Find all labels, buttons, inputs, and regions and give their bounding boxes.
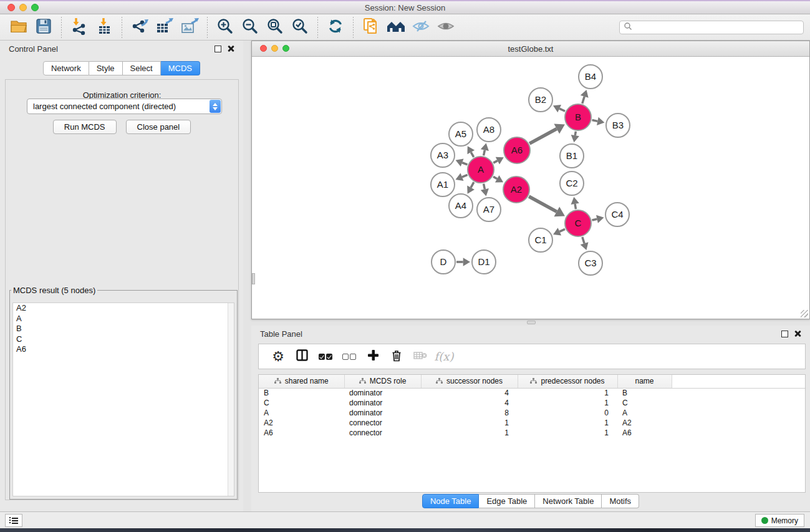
tab-node-table[interactable]: Node Table	[422, 494, 480, 508]
mcds-result-item[interactable]: A2	[13, 303, 234, 314]
close-panel-icon[interactable]	[227, 45, 234, 52]
table-cell[interactable]: A	[259, 408, 344, 418]
table-cell[interactable]: A6	[259, 428, 344, 438]
add-column-button[interactable]	[361, 346, 385, 368]
table-row[interactable]: Adominator80A	[259, 408, 805, 418]
table-cell[interactable]: 1	[421, 418, 518, 428]
run-mcds-button[interactable]: Run MCDS	[53, 120, 117, 134]
splitter-handle[interactable]	[527, 321, 536, 324]
task-history-button[interactable]	[5, 514, 22, 527]
close-panel-icon[interactable]	[794, 330, 801, 337]
edge-A-A6[interactable]	[493, 161, 498, 163]
table-cell[interactable]: dominator	[344, 388, 421, 398]
hide-graphics-button[interactable]	[408, 16, 433, 39]
column-header-successor-nodes[interactable]: successor nodes	[421, 375, 518, 388]
close-network-button[interactable]	[260, 45, 267, 52]
table-cell[interactable]: 4	[421, 388, 518, 398]
table-cell[interactable]: 1	[518, 428, 617, 438]
network-canvas[interactable]: B4B2BB3A5A8A6A3B1AC2A1A2A4A7C4CC1DD1C3	[252, 57, 809, 319]
mcds-result-item[interactable]: A6	[13, 344, 234, 355]
zoom-network-button[interactable]	[282, 45, 289, 52]
memory-button[interactable]: Memory	[755, 514, 804, 527]
zoom-out-button[interactable]	[238, 16, 263, 39]
table-row[interactable]: A6connector11A6	[259, 428, 805, 438]
tab-mcds[interactable]: MCDS	[161, 61, 200, 75]
zoom-window-button[interactable]	[31, 4, 39, 11]
column-header-shared-name[interactable]: shared name	[259, 375, 344, 388]
tab-motifs[interactable]: Motifs	[602, 494, 639, 508]
table-cell[interactable]: C	[259, 398, 344, 408]
edge-A2-C[interactable]	[529, 196, 557, 211]
edge-A-A5[interactable]	[471, 152, 473, 157]
ndex-button[interactable]	[383, 16, 408, 39]
show-graphics-button[interactable]	[433, 16, 458, 39]
table-cell[interactable]: dominator	[344, 408, 421, 418]
mcds-result-item[interactable]: A	[13, 314, 234, 324]
import-table-button[interactable]	[92, 16, 117, 39]
table-cell[interactable]: 4	[421, 398, 518, 408]
search-field[interactable]	[619, 21, 804, 34]
table-cell[interactable]: 0	[518, 408, 617, 418]
function-builder-button[interactable]: f(x)	[432, 346, 456, 368]
zoom-selected-button[interactable]	[287, 16, 312, 39]
edge-A6-B[interactable]	[529, 129, 557, 144]
select-all-columns-button[interactable]	[314, 346, 337, 368]
table-cell[interactable]: 1	[518, 418, 617, 428]
column-header-predecessor-nodes[interactable]: predecessor nodes	[518, 375, 617, 388]
column-header-MCDS-role[interactable]: MCDS role	[344, 375, 421, 388]
unselect-all-columns-button[interactable]	[337, 346, 361, 368]
edge-C-C1[interactable]	[559, 229, 565, 231]
mcds-result-item[interactable]: B	[13, 324, 234, 334]
open-file-button[interactable]	[6, 16, 31, 39]
float-panel-icon[interactable]	[215, 46, 221, 52]
table-cell[interactable]: connector	[344, 418, 421, 428]
table-row[interactable]: A2connector11A2	[259, 418, 805, 428]
edge-A-A3[interactable]	[462, 163, 467, 165]
edge-A-A1[interactable]	[462, 175, 468, 177]
edge-A-A8[interactable]	[484, 150, 485, 156]
table-row[interactable]: Bdominator41B	[259, 388, 805, 398]
delete-column-button[interactable]	[385, 346, 408, 368]
table-cell[interactable]: A2	[259, 418, 344, 428]
import-network-button[interactable]	[67, 16, 92, 39]
tab-style[interactable]: Style	[89, 61, 123, 75]
search-input[interactable]	[635, 23, 799, 32]
minimize-window-button[interactable]	[19, 4, 27, 11]
minimize-network-button[interactable]	[271, 45, 278, 52]
table-cell[interactable]: dominator	[344, 398, 421, 408]
edge-B-B2[interactable]	[559, 109, 565, 111]
table-row[interactable]: Cdominator41C	[259, 398, 805, 408]
edge-A-A4[interactable]	[471, 182, 474, 188]
table-cell[interactable]: B	[259, 388, 344, 398]
apply-layout-button[interactable]	[323, 16, 348, 39]
table-cell[interactable]: connector	[344, 428, 421, 438]
edge-C-C3[interactable]	[582, 237, 584, 243]
table-cell[interactable]: C	[617, 398, 672, 408]
zoom-in-button[interactable]	[213, 16, 238, 39]
canvas-scroll-thumb[interactable]	[252, 273, 255, 284]
table-cell[interactable]: 1	[421, 428, 518, 438]
resize-grip-icon[interactable]	[801, 310, 808, 317]
mcds-result-item[interactable]: C	[13, 334, 234, 345]
edge-B-B1[interactable]	[575, 132, 576, 135]
export-image-button[interactable]	[177, 16, 202, 39]
table-cell[interactable]: 8	[421, 408, 518, 418]
tab-network-table[interactable]: Network Table	[535, 494, 602, 508]
float-panel-icon[interactable]	[781, 331, 788, 337]
list-scrollbar[interactable]	[228, 303, 234, 496]
tab-edge-table[interactable]: Edge Table	[479, 494, 535, 508]
table-settings-button[interactable]: ⚙	[266, 346, 290, 368]
edge-C-C4[interactable]	[592, 219, 597, 220]
column-header-name[interactable]: name	[617, 375, 672, 388]
delete-table-button[interactable]	[408, 346, 432, 368]
tab-select[interactable]: Select	[123, 61, 161, 75]
table-cell[interactable]: 1	[518, 388, 617, 398]
criterion-dropdown[interactable]: largest connected component (directed)	[27, 99, 222, 114]
save-session-button[interactable]	[31, 16, 56, 39]
duplicate-network-button[interactable]	[359, 16, 383, 39]
edge-B-B4[interactable]	[582, 97, 584, 104]
table-cell[interactable]: A6	[617, 428, 672, 438]
edge-A-A2[interactable]	[493, 177, 497, 178]
table-cell[interactable]: 1	[518, 398, 617, 408]
tab-network[interactable]: Network	[43, 61, 89, 75]
